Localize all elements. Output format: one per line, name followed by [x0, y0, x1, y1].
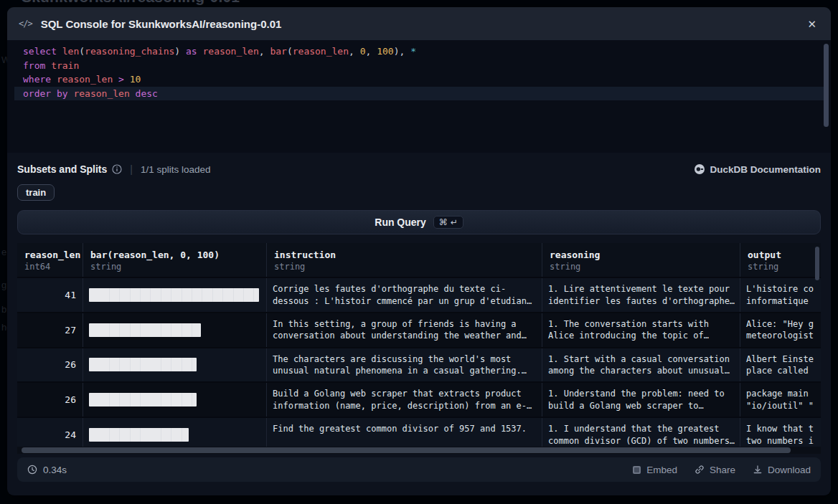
background-page-title: SkunkworksAI/reasoning-0.01: [22, 0, 240, 6]
table-body: 41Corrige les fautes d'orthographe du te…: [17, 277, 821, 447]
splits-status: 1/1 splits loaded: [141, 164, 211, 175]
column-header-reasoning: reasoningstring: [542, 243, 740, 277]
cell-reasoning: 1. Lire attentivement le texte pour iden…: [542, 278, 740, 312]
modal-footer: 0.34s Embed Share Download: [17, 457, 821, 482]
divider: |: [130, 163, 133, 175]
results-table: reason_lenint64bar(reason_len, 0, 100)st…: [17, 243, 821, 454]
close-icon[interactable]: ✕: [804, 16, 819, 32]
cell-reasoning: 1. Start with a casual conversation amon…: [542, 348, 740, 382]
modal-header: </> SQL Console for SkunkworksAI/reasoni…: [7, 7, 831, 40]
table-row: 24Find the greatest common divisor of 95…: [17, 417, 821, 447]
bar-chart: [89, 288, 259, 302]
cell-bar: [83, 348, 267, 382]
cell-reason-len: 27: [17, 313, 83, 347]
bar-chart: [89, 428, 189, 442]
table-horizontal-scrollbar-track: [17, 447, 821, 454]
background-text-fragment: e: [1, 247, 6, 257]
share-icon: [695, 465, 705, 475]
cell-bar: [83, 313, 267, 347]
cell-instruction: Corrige les fautes d'orthographe du text…: [267, 278, 542, 312]
sql-code-line[interactable]: from train: [14, 59, 824, 73]
cell-output: L'histoire co informatique: [740, 278, 821, 312]
duckdb-icon: [695, 164, 705, 174]
sql-code-line[interactable]: where reason_len > 10: [14, 72, 824, 87]
subsets-label: Subsets and Splits: [17, 163, 107, 175]
cell-reason-len: 24: [17, 418, 83, 447]
cell-instruction: In this setting, a group of friends is h…: [267, 313, 542, 347]
bar-chart: [89, 323, 201, 337]
column-header-instruction: instructionstring: [267, 243, 542, 277]
sql-code-line[interactable]: order by reason_len desc: [14, 87, 824, 101]
cell-output: Albert Einste place called: [740, 348, 821, 382]
embed-icon: [632, 465, 641, 475]
split-chip-train[interactable]: train: [17, 184, 55, 201]
clock-icon: [27, 465, 37, 475]
query-duration: 0.34s: [27, 465, 67, 475]
code-icon: </>: [19, 19, 32, 29]
cell-output: package main "io/ioutil" ": [740, 383, 821, 417]
column-header-reason_len: reason_lenint64: [17, 243, 83, 277]
table-vertical-scrollbar[interactable]: [815, 247, 819, 280]
cell-instruction: Build a Golang web scraper that extracts…: [267, 383, 542, 417]
column-header-barreason_len0100: bar(reason_len, 0, 100)string: [83, 243, 267, 277]
table-header-row: reason_lenint64bar(reason_len, 0, 100)st…: [17, 243, 821, 277]
embed-button[interactable]: Embed: [632, 465, 677, 475]
cell-bar: [83, 418, 267, 447]
sql-code: select len(reasoning_chains) as reason_l…: [14, 44, 824, 100]
cell-reason-len: 26: [17, 348, 83, 382]
cell-reasoning: 1. The conversation starts with Alice in…: [542, 313, 740, 347]
cell-reasoning: 1. I understand that the greatest common…: [542, 418, 740, 447]
cell-bar: [83, 383, 267, 417]
cell-reason-len: 41: [17, 278, 83, 312]
cell-output: Alice: "Hey g meteorologist: [740, 313, 821, 347]
run-query-button[interactable]: Run Query ⌘ ↵: [17, 210, 821, 234]
modal-title: SQL Console for SkunkworksAI/reasoning-0…: [41, 18, 282, 30]
run-query-label: Run Query: [375, 217, 426, 228]
editor-scrollbar[interactable]: [824, 44, 829, 127]
table-row: 41Corrige les fautes d'orthographe du te…: [17, 277, 821, 312]
keyboard-shortcut-badge: ⌘ ↵: [433, 216, 463, 229]
sql-code-line[interactable]: select len(reasoning_chains) as reason_l…: [14, 44, 824, 59]
cell-instruction: The characters are discussing the world'…: [267, 348, 542, 382]
subsets-row: Subsets and Splits | 1/1 splits loaded D…: [17, 161, 821, 178]
download-icon: [753, 465, 763, 475]
cell-output: I know that t two numbers i: [740, 418, 821, 447]
cell-instruction: Find the greatest common divisor of 957 …: [267, 418, 542, 447]
download-button[interactable]: Download: [753, 465, 811, 475]
column-header-output: outputstring: [740, 243, 821, 277]
cell-reasoning: 1. Understand the problem: need to build…: [542, 383, 740, 417]
share-button[interactable]: Share: [695, 465, 735, 475]
sql-console-modal: </> SQL Console for SkunkworksAI/reasoni…: [7, 7, 831, 495]
table-horizontal-scrollbar[interactable]: [22, 447, 791, 453]
bar-chart: [89, 393, 197, 406]
cell-bar: [83, 278, 267, 312]
table-row: 26Build a Golang web scraper that extrac…: [17, 381, 821, 417]
background-text-fragment: b: [1, 304, 6, 315]
table-row: 27In this setting, a group of friends is…: [17, 312, 821, 347]
cell-reason-len: 26: [17, 383, 83, 417]
duckdb-documentation-link[interactable]: DuckDB Documentation: [695, 164, 821, 175]
table-row: 26The characters are discussing the worl…: [17, 347, 821, 382]
info-icon[interactable]: [112, 164, 122, 174]
sql-editor[interactable]: select len(reasoning_chains) as reason_l…: [7, 40, 831, 153]
bar-chart: [89, 358, 197, 371]
